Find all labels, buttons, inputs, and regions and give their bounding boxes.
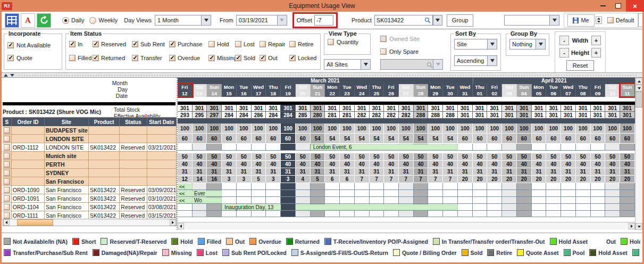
checkbox[interactable] xyxy=(208,55,215,61)
row-checkbox[interactable] xyxy=(4,144,10,151)
chevron-down-icon[interactable] xyxy=(487,56,497,65)
scrollbar-thumb[interactable] xyxy=(635,92,642,108)
group-button[interactable]: Group xyxy=(447,14,474,27)
checkbox[interactable] xyxy=(93,55,99,61)
scroll-down-icon[interactable] xyxy=(635,223,642,230)
event-bar[interactable]: <<Wo xyxy=(178,197,222,203)
collapse-up-icon[interactable] xyxy=(4,74,8,77)
checkbox[interactable] xyxy=(132,41,138,47)
row-checkbox[interactable] xyxy=(4,187,10,193)
height-minus-button[interactable]: - xyxy=(559,48,569,57)
product-select-button[interactable] xyxy=(433,15,442,26)
scroll-left-icon[interactable] xyxy=(178,223,184,229)
event-bar[interactable]: <<Ever xyxy=(178,191,222,196)
save-me-button[interactable]: Me xyxy=(567,14,594,27)
checkbox[interactable] xyxy=(7,55,14,61)
product-input[interactable]: SK013422 xyxy=(374,15,433,26)
checkbox[interactable] xyxy=(208,41,215,47)
width-plus-button[interactable]: + xyxy=(591,36,601,45)
checkbox[interactable] xyxy=(69,55,76,61)
table-row[interactable]: ORD-1091San FranciscoSK013422Reserved03/… xyxy=(3,194,177,203)
site-search-field[interactable] xyxy=(380,59,443,70)
checkbox[interactable] xyxy=(235,41,241,47)
table-row[interactable]: LONDON SITE xyxy=(3,135,177,143)
checkbox[interactable] xyxy=(93,41,99,47)
row-checkbox[interactable] xyxy=(4,153,10,159)
all-sites-select[interactable]: All Sites xyxy=(324,59,371,70)
maximize-button[interactable] xyxy=(610,0,626,12)
checkbox[interactable] xyxy=(69,41,76,47)
height-plus-button[interactable]: + xyxy=(591,48,601,57)
chevron-down-icon[interactable] xyxy=(361,60,370,69)
event-bar[interactable]: London Event, 6 xyxy=(311,144,458,150)
chevron-down-icon[interactable] xyxy=(536,39,545,49)
table-row[interactable]: PERTH xyxy=(3,160,177,169)
checkbox[interactable] xyxy=(289,55,296,61)
table-row[interactable]: ORD-1104San FranciscoSK013422Reserved03/… xyxy=(3,203,177,211)
scroll-left-icon[interactable] xyxy=(3,219,10,226)
day-views-select[interactable]: 1 Month xyxy=(155,15,211,26)
group-by-select[interactable]: Nothing xyxy=(509,39,546,50)
row-checkbox[interactable] xyxy=(4,212,10,219)
refresh-icon[interactable] xyxy=(37,13,51,28)
sort-field-select[interactable]: Site xyxy=(454,39,497,50)
from-date-field[interactable]: 03/19/2021 xyxy=(236,15,287,26)
checkbox[interactable] xyxy=(289,41,296,47)
checkbox[interactable] xyxy=(7,42,14,48)
grid-horizontal-scrollbar[interactable] xyxy=(178,222,635,229)
table-row[interactable]: ORD-1111San FranciscoSK013422Reserved03/… xyxy=(3,211,177,219)
checkbox[interactable] xyxy=(169,41,175,47)
scroll-down-icon[interactable] xyxy=(635,85,642,92)
table-row[interactable]: ORD-1090San FranciscoSK013422Reserved03/… xyxy=(3,186,177,194)
event-bar[interactable]: Inauguration Day, 13 xyxy=(222,204,458,210)
left-horizontal-scrollbar[interactable] xyxy=(3,219,177,226)
row-checkbox[interactable] xyxy=(4,195,10,202)
scroll-up-icon[interactable] xyxy=(635,78,642,85)
reset-button[interactable]: Reset xyxy=(566,60,594,71)
table-row[interactable]: Munich site xyxy=(3,152,177,160)
preset-spinner[interactable] xyxy=(596,16,602,24)
collapse-down-icon[interactable] xyxy=(10,74,14,77)
row-checkbox[interactable] xyxy=(4,127,10,134)
preset-select[interactable] xyxy=(504,15,559,26)
row-checkbox[interactable] xyxy=(4,161,10,168)
exit-button[interactable] xyxy=(638,13,642,27)
scroll-right-icon[interactable] xyxy=(170,219,176,226)
checkbox[interactable] xyxy=(235,55,241,61)
width-minus-button[interactable]: - xyxy=(559,36,569,45)
chevron-down-icon[interactable] xyxy=(549,15,559,25)
chevron-down-icon[interactable] xyxy=(201,15,211,25)
row-checkbox[interactable] xyxy=(4,204,10,210)
table-row[interactable]: BUDAPEST site xyxy=(3,126,177,135)
checkbox[interactable] xyxy=(132,55,138,61)
checkbox[interactable] xyxy=(260,41,266,47)
panel-splitter[interactable] xyxy=(2,72,642,78)
sort-direction-select[interactable]: Ascending xyxy=(454,55,497,66)
checkbox[interactable] xyxy=(260,55,266,61)
scroll-right-icon[interactable] xyxy=(629,223,635,229)
only-spare-checkbox[interactable] xyxy=(380,48,387,55)
chevron-down-icon[interactable] xyxy=(433,15,442,25)
default-checkbox[interactable] xyxy=(607,17,614,23)
minimize-button[interactable] xyxy=(595,0,610,12)
quantity-checkbox[interactable] xyxy=(328,39,334,45)
font-settings-icon[interactable]: A xyxy=(21,13,35,28)
checkbox[interactable] xyxy=(169,55,175,61)
row-checkbox[interactable] xyxy=(4,136,10,142)
usage-view-icon[interactable] xyxy=(5,13,19,28)
scrollbar-thumb[interactable] xyxy=(17,219,53,226)
row-checkbox[interactable] xyxy=(4,178,10,185)
table-row[interactable]: SYDNEY xyxy=(3,169,177,177)
chevron-down-icon[interactable] xyxy=(487,39,497,49)
owned-site-checkbox[interactable] xyxy=(380,36,387,42)
table-row[interactable]: San Francisco xyxy=(3,177,177,186)
chevron-down-icon[interactable] xyxy=(277,15,287,25)
weekly-radio[interactable] xyxy=(89,17,96,24)
event-bar[interactable]: << xyxy=(178,184,193,189)
close-button[interactable]: × xyxy=(626,0,644,12)
search-icon[interactable] xyxy=(424,17,431,23)
row-checkbox[interactable] xyxy=(4,170,10,176)
offset-input[interactable]: -7 xyxy=(314,15,333,26)
grid-vertical-scrollbar[interactable] xyxy=(635,78,642,230)
daily-radio[interactable] xyxy=(62,17,69,24)
